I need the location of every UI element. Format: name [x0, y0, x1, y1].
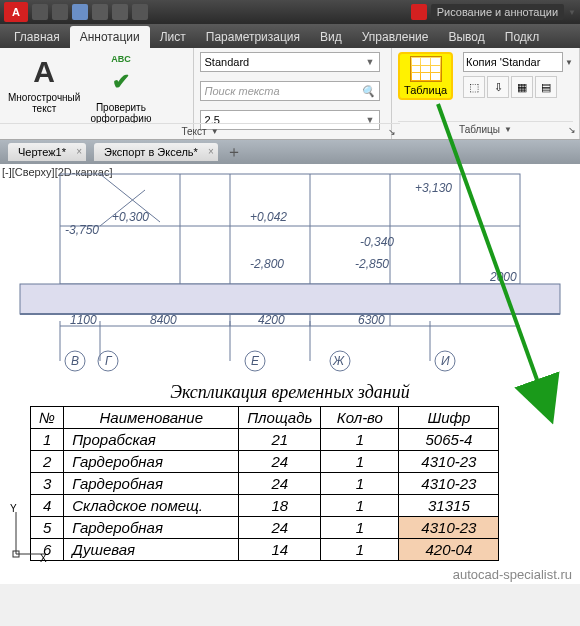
col-name: Наименование: [64, 407, 239, 429]
table-icon: [410, 56, 442, 82]
col-area: Площадь: [239, 407, 321, 429]
link-data-icon[interactable]: ⬚: [463, 76, 485, 98]
file-tabs: Чертеж1*× Экспорт в Эксель*× ＋: [0, 140, 580, 164]
mtext-label: Многострочный текст: [8, 92, 80, 114]
workspace-switcher[interactable]: Рисование и аннотации ▼: [411, 4, 576, 20]
table-row: 5Гардеробная2414310-23: [31, 517, 499, 539]
dialog-launcher-icon[interactable]: ↘: [568, 125, 576, 135]
svg-text:2000: 2000: [489, 270, 517, 284]
svg-text:+3,130: +3,130: [415, 181, 452, 195]
open-icon[interactable]: [52, 4, 68, 20]
svg-text:X: X: [40, 553, 47, 564]
spell-label: Проверить орфографию: [90, 102, 151, 124]
title-bar: A Рисование и аннотации ▼: [0, 0, 580, 24]
svg-rect-7: [20, 284, 560, 314]
chevron-down-icon: ▼: [211, 127, 219, 136]
col-number: №: [31, 407, 64, 429]
section-drawing: +3,130 +0,042 +0,300 -0,340 -2,800 -2,85…: [0, 166, 580, 376]
col-qty: Кол-во: [321, 407, 399, 429]
table-label: Таблица: [404, 84, 447, 96]
table-style-combo[interactable]: Копия 'Standar: [463, 52, 563, 72]
table-row: 3Гардеробная2414310-23: [31, 473, 499, 495]
style-value: Standard: [205, 56, 250, 68]
extract-icon[interactable]: ▦: [511, 76, 533, 98]
table-title: Экспликация временных зданий: [0, 382, 580, 403]
text-style-combo[interactable]: Standard ▼: [200, 52, 380, 72]
panel-tables: Таблица Копия 'Standar ▼ ⬚ ⇩ ▦ ▤ Таблицы…: [391, 48, 580, 139]
table-row: 6Душевая141420-04: [31, 539, 499, 561]
svg-text:+0,042: +0,042: [250, 210, 287, 224]
svg-text:1100: 1100: [70, 313, 97, 327]
close-icon[interactable]: ×: [76, 146, 82, 157]
file-tab[interactable]: Чертеж1*×: [8, 143, 86, 161]
svg-text:-3,750: -3,750: [65, 223, 99, 237]
svg-text:-2,800: -2,800: [250, 257, 284, 271]
tab-sheet[interactable]: Лист: [150, 26, 196, 48]
svg-text:Г: Г: [105, 354, 113, 368]
svg-text:-2,850: -2,850: [355, 257, 389, 271]
tab-parametric[interactable]: Параметризация: [196, 26, 310, 48]
workspace-label: Рисование и аннотации: [431, 4, 564, 20]
new-tab-icon[interactable]: ＋: [226, 142, 242, 163]
abc-label: ABC: [111, 54, 131, 64]
tab-manage[interactable]: Управление: [352, 26, 439, 48]
col-code: Шифр: [399, 407, 499, 429]
spellcheck-button[interactable]: ABC ✔ Проверить орфографию: [88, 52, 153, 126]
mtext-button[interactable]: A Многострочный текст: [6, 52, 82, 116]
watermark: autocad-specialist.ru: [453, 567, 572, 582]
undo-icon[interactable]: [92, 4, 108, 20]
svg-text:6300: 6300: [358, 313, 385, 327]
gear-icon: [411, 4, 427, 20]
find-text-input[interactable]: Поиск текста 🔍: [200, 81, 380, 101]
svg-text:4200: 4200: [258, 313, 285, 327]
svg-text:-0,340: -0,340: [360, 235, 394, 249]
search-icon: 🔍: [361, 85, 375, 98]
svg-text:В: В: [71, 354, 79, 368]
svg-text:И: И: [441, 354, 450, 368]
save-icon[interactable]: [72, 4, 88, 20]
download-icon[interactable]: ⇩: [487, 76, 509, 98]
print-icon[interactable]: [132, 4, 148, 20]
app-logo[interactable]: A: [4, 2, 28, 22]
svg-text:8400: 8400: [150, 313, 177, 327]
svg-text:Y: Y: [10, 504, 17, 514]
tab-home[interactable]: Главная: [4, 26, 70, 48]
tables-panel-label[interactable]: Таблицы ▼ ↘: [398, 121, 573, 137]
tab-plugins[interactable]: Подкл: [495, 26, 549, 48]
tab-view[interactable]: Вид: [310, 26, 352, 48]
tab-annotations[interactable]: Аннотации: [70, 26, 150, 48]
redo-icon[interactable]: [112, 4, 128, 20]
close-icon[interactable]: ×: [208, 146, 214, 157]
mtext-icon: A: [33, 54, 55, 90]
svg-text:Е: Е: [251, 354, 260, 368]
svg-text:Ж: Ж: [332, 354, 345, 368]
ucs-icon: Y X: [8, 504, 48, 564]
new-icon[interactable]: [32, 4, 48, 20]
search-placeholder: Поиск текста: [205, 85, 280, 97]
dialog-launcher-icon[interactable]: ↘: [388, 127, 396, 137]
table-row: 1Прорабская2115065-4: [31, 429, 499, 451]
check-icon: ✔: [112, 64, 130, 100]
drawing-canvas[interactable]: [-][Сверху][2D-каркас]: [0, 164, 580, 584]
ribbon-tabs: Главная Аннотации Лист Параметризация Ви…: [0, 24, 580, 48]
text-panel-label[interactable]: Текст ▼ ↘: [0, 123, 400, 139]
chevron-down-icon: ▼: [366, 57, 375, 67]
table-button[interactable]: Таблица: [398, 52, 453, 100]
chevron-down-icon: ▼: [504, 125, 512, 134]
tab-output[interactable]: Вывод: [438, 26, 494, 48]
explication-table: № Наименование Площадь Кол-во Шифр 1Прор…: [30, 406, 499, 561]
chevron-down-icon[interactable]: ▼: [565, 58, 573, 67]
ribbon: A Многострочный текст ABC ✔ Проверить ор…: [0, 48, 580, 140]
table-row: 4Складское помещ.18131315: [31, 495, 499, 517]
svg-text:+0,300: +0,300: [112, 210, 149, 224]
table-row: 2Гардеробная2414310-23: [31, 451, 499, 473]
export-icon[interactable]: ▤: [535, 76, 557, 98]
chevron-down-icon: ▼: [568, 8, 576, 17]
file-tab[interactable]: Экспорт в Эксель*×: [94, 143, 218, 161]
